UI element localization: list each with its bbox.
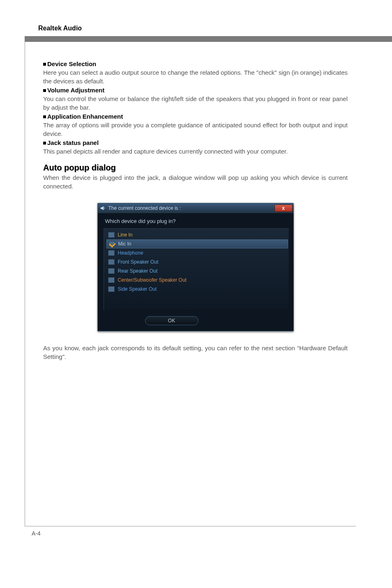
- jack-icon: [108, 232, 115, 238]
- bullet-square-icon: [43, 115, 46, 118]
- body-application-enhancement: The array of options will provide you a …: [43, 121, 348, 138]
- dialog-prompt: Which device did you plug in?: [104, 218, 289, 224]
- ok-button-label: OK: [168, 318, 175, 324]
- svg-marker-0: [101, 206, 104, 210]
- heading-jack-status-label: Jack status panel: [47, 139, 99, 146]
- device-list[interactable]: Line InMic InHeadphoneFront Speaker OutR…: [104, 228, 289, 310]
- device-row[interactable]: Headphone: [107, 248, 287, 257]
- ok-button[interactable]: OK: [145, 316, 198, 325]
- heading-jack-status: Jack status panel: [43, 139, 348, 146]
- body-jack-status: This panel depicts all render and captur…: [43, 147, 348, 156]
- device-label: Line In: [118, 232, 133, 238]
- jack-icon: [108, 277, 115, 283]
- jack-icon: [108, 250, 115, 256]
- heading-volume-adjustment: Volume Adjustment: [43, 87, 348, 94]
- speaker-icon: [100, 205, 106, 211]
- page-number: A-4: [32, 530, 41, 537]
- heading-application-enhancement-label: Application Enhancement: [47, 113, 123, 120]
- popup-dialog: The current connected device is : x Whic…: [97, 203, 294, 331]
- device-label: Rear Speaker Out: [118, 268, 158, 274]
- jack-icon: [108, 268, 115, 274]
- body-auto-popup-before: When the device is plugged into the jack…: [43, 173, 348, 191]
- jack-icon: [108, 259, 115, 265]
- bullet-square-icon: [43, 63, 46, 66]
- device-label: Side Speaker Out: [118, 286, 157, 292]
- jack-icon: [108, 241, 115, 247]
- device-row[interactable]: Mic In: [106, 239, 288, 248]
- close-button[interactable]: x: [274, 204, 293, 212]
- device-row[interactable]: Front Speaker Out: [107, 257, 287, 266]
- device-row[interactable]: Center/Subwoofer Speaker Out: [107, 276, 287, 285]
- heading-device-selection-label: Device Selection: [47, 60, 96, 67]
- device-label: Headphone: [118, 250, 143, 256]
- device-row[interactable]: Line In: [107, 230, 287, 239]
- device-label: Front Speaker Out: [118, 259, 159, 265]
- device-label: Center/Subwoofer Speaker Out: [118, 277, 187, 283]
- device-label: Mic In: [118, 241, 131, 247]
- page-title: Realtek Audio: [37, 25, 356, 32]
- heading-device-selection: Device Selection: [43, 60, 348, 67]
- dialog-title: The current connected device is :: [108, 205, 274, 211]
- body-auto-popup-after: As you know, each jack corresponds to it…: [43, 344, 348, 361]
- heading-volume-adjustment-label: Volume Adjustment: [47, 87, 104, 94]
- body-device-selection: Here you can select a audio output sourc…: [43, 68, 348, 85]
- header-divider: [25, 36, 392, 42]
- bullet-square-icon: [43, 89, 46, 92]
- jack-icon: [108, 286, 115, 292]
- bullet-square-icon: [43, 142, 46, 145]
- heading-auto-popup: Auto popup dialog: [43, 163, 348, 172]
- device-row[interactable]: Side Speaker Out: [107, 285, 287, 294]
- close-icon: x: [282, 205, 285, 211]
- device-row[interactable]: Rear Speaker Out: [107, 266, 287, 276]
- body-volume-adjustment: You can control the volume or balance th…: [43, 94, 348, 112]
- heading-application-enhancement: Application Enhancement: [43, 113, 348, 120]
- dialog-titlebar[interactable]: The current connected device is : x: [98, 203, 293, 213]
